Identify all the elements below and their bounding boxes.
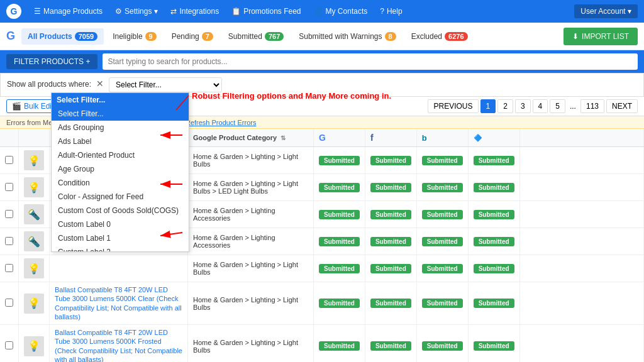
pagination-ellipsis: ... (567, 102, 579, 111)
dropdown-item-cogs[interactable]: Custom Cost of Goods Sold(COGS) (52, 204, 189, 217)
row-checkbox-3[interactable] (5, 237, 13, 245)
other-status-1: Submitted (474, 183, 514, 192)
warnings-badge: 8 (385, 32, 396, 41)
tab-ineligible[interactable]: Ineligible 9 (106, 28, 163, 45)
product-category-5: Home & Garden > Lighting > Light Bulbs (188, 282, 314, 325)
other-status-2: Submitted (474, 210, 514, 219)
nav-settings[interactable]: ⚙ Settings ▾ (115, 7, 158, 16)
product-category-2: Home & Garden > Lighting Accessories (188, 201, 314, 228)
google-status-4: Submitted (319, 264, 360, 273)
filter-label: Show all products where: (7, 77, 91, 89)
product-category-1: Home & Garden > Lighting > Light Bulbs >… (188, 174, 314, 201)
submitted-badge: 767 (265, 32, 284, 41)
col-google: G (314, 129, 365, 147)
col-facebook: f (365, 129, 416, 147)
col-bing: b (416, 129, 468, 147)
facebook-status-5: Submitted (370, 299, 411, 308)
dropdown-item-color[interactable]: Color - Assigned for Feed (52, 190, 189, 204)
errors-cell-1 (519, 174, 643, 201)
nav-promotions-feed[interactable]: 📋 Promotions Feed (231, 7, 301, 16)
dropdown-item-adult-product[interactable]: Adult-Oriented Product (52, 148, 189, 162)
contacts-icon: 👤 (314, 7, 323, 16)
pagination: PREVIOUS 1 2 3 4 5 ... 113 NEXT (428, 99, 638, 113)
other-status-6: Submitted (474, 341, 514, 351)
tab-pending[interactable]: Pending 7 (165, 28, 219, 45)
tab-all-products[interactable]: All Products 7059 (21, 28, 104, 45)
dropdown-scroll-area[interactable]: Select Filter... Ads Grouping Ads Label … (52, 107, 189, 251)
row-checkbox-5[interactable] (5, 299, 13, 307)
bing-status-1: Submitted (422, 183, 463, 192)
filter-area: Show all products where: ✕ Select Filter… (0, 73, 644, 97)
filter-products-button[interactable]: FILTER PRODUCTS + (6, 54, 97, 69)
previous-page-button[interactable]: PREVIOUS (428, 99, 478, 113)
dropdown-item-ads-grouping[interactable]: Ads Grouping (52, 121, 189, 134)
row-checkbox-2[interactable] (5, 210, 13, 218)
product-image-0: 💡 (24, 150, 44, 170)
product-name-6: Ballast Compatible T8 4FT 20W LED Tube 3… (55, 329, 182, 362)
page-2-button[interactable]: 2 (497, 99, 513, 113)
dropdown-item-custom-label-0[interactable]: Custom Label 0 (52, 217, 189, 231)
col-checkbox (0, 129, 19, 147)
dropdown-item-age-group[interactable]: Age Group (52, 162, 189, 176)
col-category: Google Product Category ⇅ (188, 129, 314, 147)
dropdown-item-ads-label[interactable]: Ads Label (52, 134, 189, 148)
product-image-3: 🔦 (24, 231, 44, 251)
row-checkbox-1[interactable] (5, 183, 13, 191)
dropdown-item-custom-label-2[interactable]: Custom Label 2 (52, 245, 189, 251)
product-category-4: Home & Garden > Lighting > Light Bulbs (188, 255, 314, 282)
sort-icon: ⇅ (280, 134, 286, 141)
next-page-button[interactable]: NEXT (606, 99, 638, 113)
promotions-icon: 📋 (231, 7, 241, 16)
video-icon: 🎬 (12, 102, 21, 111)
col-errors (519, 129, 643, 147)
bing-status-5: Submitted (422, 299, 463, 308)
bing-status-0: Submitted (422, 156, 463, 165)
filter-close-button[interactable]: ✕ (96, 77, 104, 89)
import-list-button[interactable]: ⬇ IMPORT LIST (564, 28, 638, 45)
dropdown-item-select-filter[interactable]: Select Filter... (52, 107, 189, 121)
errors-cell-3 (519, 228, 643, 255)
product-category-0: Home & Garden > Lighting > Light Bulbs (188, 147, 314, 174)
nav-my-contacts[interactable]: 👤 My Contacts (314, 7, 368, 16)
google-status-6: Submitted (319, 341, 360, 351)
row-checkbox-0[interactable] (5, 156, 13, 164)
bing-status-6: Submitted (422, 341, 463, 351)
dropdown-item-condition[interactable]: Condition (52, 176, 189, 190)
product-category-6: Home & Garden > Lighting > Light Bulbs (188, 325, 314, 362)
tab-submitted[interactable]: Submitted 767 (222, 28, 290, 45)
product-category-3: Home & Garden > Lighting Accessories (188, 228, 314, 255)
top-navigation: G ☰ Manage Products ⚙ Settings ▾ ⇄ Integ… (0, 0, 644, 23)
dropdown-item-custom-label-1[interactable]: Custom Label 1 (52, 231, 189, 245)
facebook-status-3: Submitted (370, 237, 411, 246)
page-4-button[interactable]: 4 (533, 99, 548, 113)
product-image-1: 💡 (24, 177, 44, 197)
facebook-status-6: Submitted (370, 341, 411, 351)
tab-excluded[interactable]: Excluded 6276 (405, 28, 474, 45)
refresh-errors-link[interactable]: Refresh Product Errors (186, 119, 256, 126)
product-image-6: 💡 (24, 336, 44, 356)
other-status-4: Submitted (474, 264, 514, 273)
col-pinterest: 🔷 (468, 129, 519, 147)
row-checkbox-6[interactable] (5, 341, 13, 349)
product-image-4: 💡 (24, 258, 44, 278)
pending-badge: 7 (202, 32, 213, 41)
filter-select[interactable]: Select Filter... (109, 77, 222, 92)
nav-help[interactable]: ? Help (380, 7, 402, 16)
page-last-button[interactable]: 113 (580, 99, 604, 113)
tab-submitted-warnings[interactable]: Submitted with Warnings 8 (292, 28, 402, 45)
page-1-button[interactable]: 1 (480, 99, 496, 113)
user-account-button[interactable]: User Account ▾ (574, 4, 638, 18)
page-5-button[interactable]: 5 (550, 99, 565, 113)
product-search-input[interactable] (103, 53, 638, 70)
nav-integrations[interactable]: ⇄ Integrations (170, 7, 219, 16)
row-checkbox-4[interactable] (5, 264, 13, 272)
bing-status-4: Submitted (422, 264, 463, 273)
bing-status-3: Submitted (422, 237, 463, 246)
google-status-1: Submitted (319, 183, 360, 192)
nav-manage-products[interactable]: ☰ Manage Products (34, 7, 103, 16)
all-products-badge: 7059 (75, 32, 97, 41)
errors-cell-2 (519, 201, 643, 228)
product-image-5: 💡 (24, 293, 44, 314)
page-3-button[interactable]: 3 (515, 99, 531, 113)
download-icon: ⬇ (572, 32, 579, 41)
